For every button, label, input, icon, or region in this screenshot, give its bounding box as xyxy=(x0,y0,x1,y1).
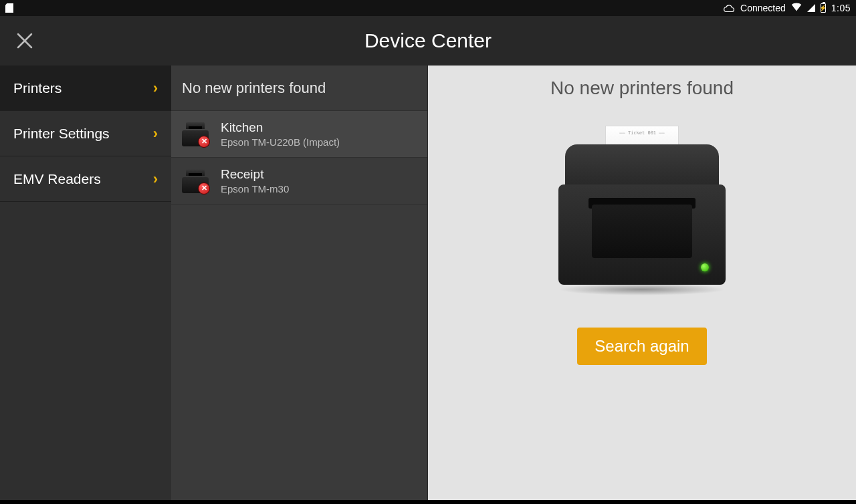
android-navbar xyxy=(0,500,856,504)
search-again-button[interactable]: Search again xyxy=(577,328,706,365)
sidebar-item-label: EMV Readers xyxy=(13,171,101,187)
printer-row-receipt[interactable]: ✕ Receipt Epson TM-m30 xyxy=(171,158,427,205)
page-title: Device Center xyxy=(0,29,856,52)
printer-list: No new printers found ✕ Kitchen Epson TM… xyxy=(171,66,428,500)
sidebar: Printers › Printer Settings › EMV Reader… xyxy=(0,66,171,500)
printer-name: Kitchen xyxy=(221,120,340,135)
printer-icon: ✕ xyxy=(181,120,210,149)
cloud-icon xyxy=(723,4,735,12)
printer-led-icon xyxy=(701,263,709,271)
error-badge-icon: ✕ xyxy=(198,136,210,148)
close-button[interactable] xyxy=(0,16,49,66)
chevron-right-icon: › xyxy=(153,170,158,188)
chevron-right-icon: › xyxy=(153,80,158,97)
battery-charging-icon: ⚡ xyxy=(821,3,826,13)
sdcard-icon xyxy=(5,3,13,13)
sidebar-item-label: Printer Settings xyxy=(13,126,110,142)
printer-list-header: No new printers found xyxy=(171,66,427,111)
sidebar-item-printers[interactable]: Printers › xyxy=(0,66,171,111)
printer-row-kitchen[interactable]: ✕ Kitchen Epson TM-U220B (Impact) xyxy=(171,111,427,158)
detail-message: No new printers found xyxy=(550,78,734,99)
printer-model: Epson TM-U220B (Impact) xyxy=(221,136,340,148)
sidebar-item-emv-readers[interactable]: EMV Readers › xyxy=(0,156,171,202)
printer-icon: ✕ xyxy=(181,166,210,196)
printer-name: Receipt xyxy=(221,167,289,182)
printer-illustration: —— Ticket 001 —— xyxy=(555,126,729,299)
connection-status-label: Connected xyxy=(740,3,786,13)
android-status-bar: Connected ⚡ 1:05 xyxy=(0,0,856,16)
clock-label: 1:05 xyxy=(831,3,851,13)
printer-model: Epson TM-m30 xyxy=(221,183,289,195)
titlebar: Device Center xyxy=(0,16,856,66)
sidebar-item-label: Printers xyxy=(13,80,62,96)
chevron-right-icon: › xyxy=(153,125,158,142)
cell-signal-icon xyxy=(807,4,815,12)
wifi-icon xyxy=(791,3,802,14)
error-badge-icon: ✕ xyxy=(198,182,210,195)
sidebar-item-printer-settings[interactable]: Printer Settings › xyxy=(0,111,171,156)
close-icon xyxy=(15,31,35,51)
detail-panel: No new printers found —— Ticket 001 —— S… xyxy=(428,66,856,500)
